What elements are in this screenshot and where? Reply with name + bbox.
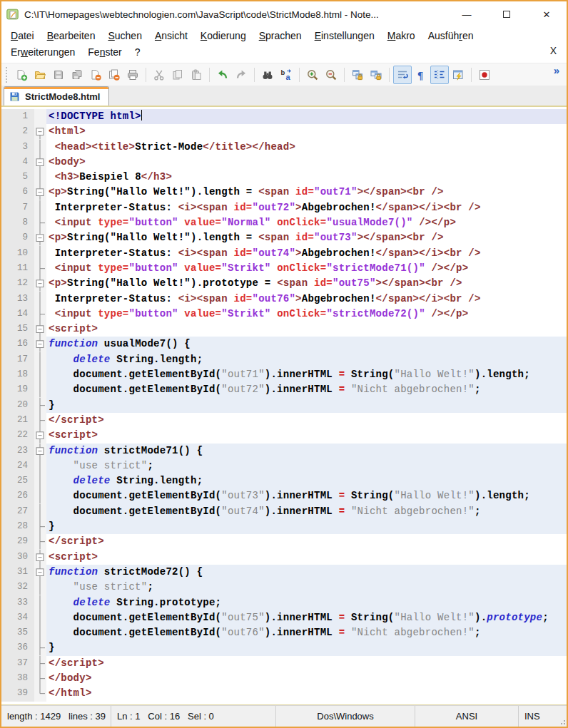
new-file-button[interactable] [12,66,31,84]
menu-suchen[interactable]: Suchen [101,29,148,43]
code-line-24[interactable]: 24 "use strict"; [1,458,567,473]
fold-toggle-icon[interactable] [34,322,46,337]
code-line-37[interactable]: 37</script> [1,656,567,671]
zoom-in-button[interactable] [303,66,322,84]
menu-bearbeiten[interactable]: Bearbeiten [41,29,102,43]
code-line-32[interactable]: 32 "use strict"; [1,580,567,595]
close-button[interactable] [86,66,105,84]
code-line-21[interactable]: 21</script> [1,413,567,428]
toolbar-separator [254,68,255,82]
save-all-button[interactable] [68,66,86,84]
save-button[interactable] [49,66,68,84]
fold-toggle-icon[interactable] [34,185,46,200]
status-eol-format[interactable]: Dos\Windows [276,706,415,727]
menu-sprachen[interactable]: Sprachen [253,29,308,43]
undo-button[interactable] [213,66,232,84]
code-line-38[interactable]: 38</body> [1,671,567,686]
menu-einstellungen[interactable]: Einstellungen [308,29,381,43]
code-line-22[interactable]: 22<script> [1,428,567,443]
code-line-3[interactable]: 3 <head><title>Strict-Mode</title></head… [1,140,567,155]
indent-guide-button[interactable] [430,66,449,84]
replace-button[interactable]: ba [277,66,295,84]
code-line-14[interactable]: 14 <input type="button" value="Strikt" o… [1,307,567,322]
menu-erweiterungen[interactable]: Erweiterungen [4,45,81,59]
fold-toggle-icon[interactable] [34,550,46,565]
macro-record-button[interactable] [475,66,494,84]
print-button[interactable] [123,66,142,84]
code-line-8[interactable]: 8 <input type="button" value="Normal" on… [1,215,567,230]
code-line-34[interactable]: 34 document.getElementById("out75").inne… [1,610,567,625]
menubar-close-icon[interactable]: X [550,45,557,56]
find-button[interactable] [258,66,277,84]
toolbar-grip[interactable] [6,67,9,83]
code-line-6[interactable]: 6<p>String("Hallo Welt!").length = <span… [1,185,567,200]
menu-hilfe[interactable]: ? [128,45,147,59]
maximize-button[interactable] [487,1,527,27]
minimize-button[interactable]: — [447,1,487,27]
code-line-12[interactable]: 12<p>String("Hallo Welt!").prototype = <… [1,276,567,291]
toolbar-overflow-chevron-icon[interactable]: » [554,63,562,76]
word-wrap-button[interactable] [393,66,412,84]
menu-ansicht[interactable]: Ansicht [148,29,194,43]
close-button[interactable]: ✕ [527,1,567,27]
redo-button[interactable] [232,66,250,84]
status-encoding[interactable]: ANSI [415,706,519,727]
editor[interactable]: 1<!DOCTYPE html>2<html>3 <head><title>St… [1,107,567,705]
sync-horizontal-scroll-button[interactable] [367,66,385,84]
status-cursor-position[interactable]: Ln : 1 Col : 16 Sel : 0 [111,706,276,727]
code-line-29[interactable]: 29</script> [1,534,567,549]
code-line-16[interactable]: 16function usualMode7() { [1,337,567,352]
fold-toggle-icon[interactable] [34,124,46,139]
code-line-15[interactable]: 15<script> [1,322,567,337]
cut-button[interactable] [150,66,168,84]
paste-button[interactable] [187,66,206,84]
menu-datei[interactable]: Datei [4,29,41,43]
code-line-19[interactable]: 19 document.getElementById("out72").inne… [1,382,567,397]
code-line-5[interactable]: 5 <h3>Beispiel 8</h3> [1,170,567,185]
fold-toggle-icon[interactable] [34,155,46,170]
menu-kodierung[interactable]: Kodierung [194,29,253,43]
open-file-button[interactable] [31,66,49,84]
code-line-31[interactable]: 31function strictMode72() { [1,565,567,580]
fold-toggle-icon[interactable] [34,428,46,443]
code-line-7[interactable]: 7 Interpreter-Status: <i><span id="out72… [1,200,567,215]
fold-toggle-icon[interactable] [34,444,46,458]
code-line-27[interactable]: 27 document.getElementById("out74").inne… [1,504,567,519]
code-line-4[interactable]: 4<body> [1,155,567,170]
fold-toggle-icon[interactable] [34,230,46,245]
code-line-33[interactable]: 33 delete String.prototype; [1,595,567,610]
close-all-button[interactable] [105,66,123,84]
menu-ausfuehren[interactable]: Ausführen [422,29,480,43]
menu-makro[interactable]: Makro [381,29,422,43]
tab-strictmode8[interactable]: StrictMode8.html [4,86,109,106]
fold-toggle-icon[interactable] [34,337,46,352]
code-line-26[interactable]: 26 document.getElementById("out73").inne… [1,488,567,503]
line-number: 25 [1,473,34,488]
code-line-39[interactable]: 39</html> [1,686,567,701]
show-all-characters-button[interactable]: ¶ [412,66,430,84]
code-line-10[interactable]: 10 Interpreter-Status: <i><span id="out7… [1,246,567,261]
code-line-2[interactable]: 2<html> [1,124,567,139]
code-line-25[interactable]: 25 delete String.length; [1,473,567,488]
code-line-11[interactable]: 11 <input type="button" value="Strikt" o… [1,261,567,276]
code-line-17[interactable]: 17 delete String.length; [1,352,567,367]
code-line-23[interactable]: 23function strictMode71() { [1,444,567,458]
menu-fenster[interactable]: Fenster [81,45,128,59]
fold-toggle-icon[interactable] [34,565,46,580]
copy-button[interactable] [168,66,187,84]
code-line-28[interactable]: 28} [1,519,567,534]
fold-toggle-icon[interactable] [34,276,46,291]
code-line-18[interactable]: 18 document.getElementById("out71").inne… [1,367,567,382]
code-line-20[interactable]: 20} [1,398,567,413]
zoom-out-button[interactable] [322,66,340,84]
code-line-9[interactable]: 9<p>String("Hallo Welt!").length = <span… [1,230,567,245]
code-line-30[interactable]: 30<script> [1,550,567,565]
function-list-button[interactable] [449,66,467,84]
resize-grip[interactable] [558,717,565,724]
code-line-35[interactable]: 35 document.getElementById("out76").inne… [1,625,567,640]
code-line-13[interactable]: 13 Interpreter-Status: <i><span id="out7… [1,292,567,307]
status-doc-size[interactable]: length : 1429 lines : 39 [1,706,111,727]
code-line-36[interactable]: 36} [1,640,567,655]
code-line-1[interactable]: 1<!DOCTYPE html> [1,109,567,124]
sync-vertical-scroll-button[interactable] [348,66,367,84]
